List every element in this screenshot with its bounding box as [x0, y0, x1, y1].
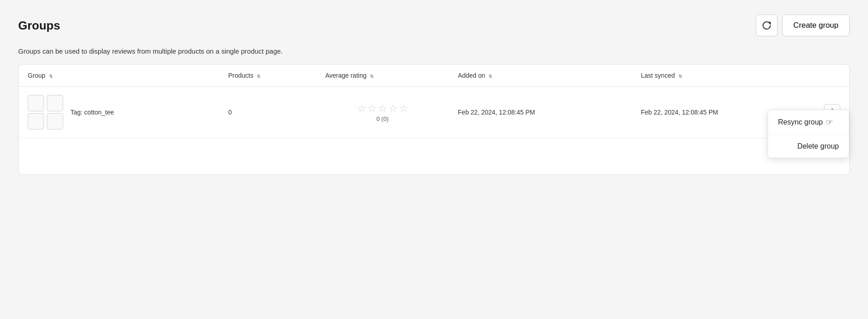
col-last-synced[interactable]: Last synced ⇅	[632, 65, 815, 87]
products-count: 0	[228, 109, 232, 116]
products-cell: 0	[219, 87, 316, 138]
empty-row	[19, 138, 849, 174]
resync-all-button[interactable]	[756, 15, 778, 36]
actions-cell: ⋮ Resync group ☞ Delete group	[815, 87, 849, 138]
thumbnail-1	[28, 95, 44, 111]
table-row: Tag: cotton_tee 0 ☆ ☆ ☆ ☆ ☆ 0 (0)	[19, 87, 849, 138]
sort-group-icon[interactable]: ⇅	[49, 74, 53, 79]
empty-cell	[19, 138, 849, 174]
page-header: Groups Create group	[18, 15, 850, 36]
rating-text: 0 (0)	[376, 115, 389, 122]
sort-products-icon[interactable]: ⇅	[257, 74, 260, 79]
sort-rating-icon[interactable]: ⇅	[370, 74, 374, 79]
page-description: Groups can be used to display reviews fr…	[18, 47, 850, 55]
table-header-row: Group ⇅ Products ⇅ Average rating ⇅ Adde…	[19, 65, 849, 87]
star-5: ☆	[399, 103, 408, 115]
resync-group-item[interactable]: Resync group ☞	[768, 110, 849, 135]
page-title: Groups	[18, 19, 60, 33]
sort-synced-icon[interactable]: ⇅	[678, 74, 682, 79]
rating-cell: ☆ ☆ ☆ ☆ ☆ 0 (0)	[316, 87, 449, 138]
col-average-rating[interactable]: Average rating ⇅	[316, 65, 449, 87]
thumbnail-3	[28, 113, 44, 130]
added-on-cell: Feb 22, 2024, 12:08:45 PM	[449, 87, 632, 138]
col-actions	[815, 65, 849, 87]
col-group[interactable]: Group ⇅	[19, 65, 219, 87]
added-on-date: Feb 22, 2024, 12:08:45 PM	[458, 109, 535, 116]
group-name: Tag: cotton_tee	[70, 109, 114, 116]
star-3: ☆	[378, 103, 387, 115]
sort-added-icon[interactable]: ⇅	[489, 74, 492, 79]
star-1: ☆	[357, 103, 366, 115]
create-group-button[interactable]: Create group	[782, 15, 850, 36]
star-row: ☆ ☆ ☆ ☆ ☆	[357, 103, 408, 115]
groups-table-container: Group ⇅ Products ⇅ Average rating ⇅ Adde…	[18, 64, 850, 175]
thumbnail-4	[47, 113, 63, 130]
header-actions: Create group	[756, 15, 850, 36]
dropdown-menu: Resync group ☞ Delete group	[768, 110, 849, 158]
groups-table: Group ⇅ Products ⇅ Average rating ⇅ Adde…	[19, 65, 849, 174]
group-thumbnails	[28, 95, 64, 130]
star-4: ☆	[389, 103, 398, 115]
group-cell: Tag: cotton_tee	[19, 87, 219, 138]
cursor-icon: ☞	[826, 117, 833, 127]
delete-group-item[interactable]: Delete group	[768, 135, 849, 158]
col-products[interactable]: Products ⇅	[219, 65, 316, 87]
last-synced-date: Feb 22, 2024, 12:08:45 PM	[641, 109, 718, 116]
stars-container: ☆ ☆ ☆ ☆ ☆ 0 (0)	[325, 103, 440, 122]
star-2: ☆	[368, 103, 377, 115]
thumbnail-2	[47, 95, 63, 111]
col-added-on[interactable]: Added on ⇅	[449, 65, 632, 87]
